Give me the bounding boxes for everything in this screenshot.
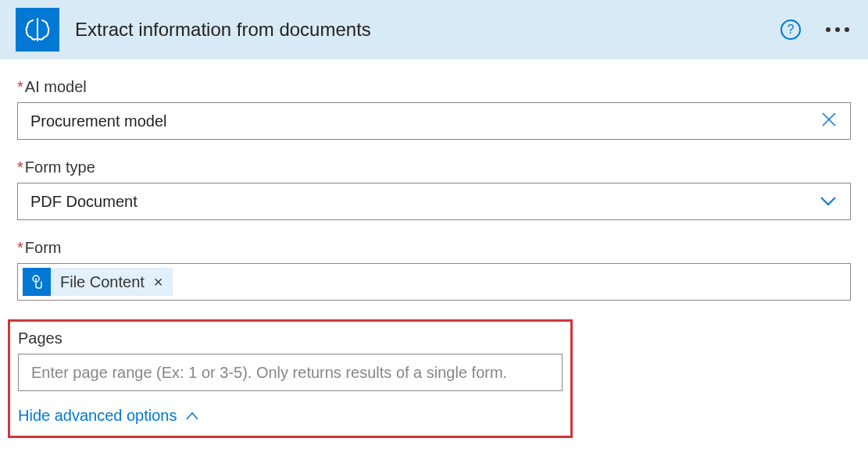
token-icon: [23, 268, 51, 296]
form-type-field: *Form type PDF Document: [17, 158, 851, 220]
form-type-value: PDF Document: [30, 193, 819, 211]
hide-advanced-link[interactable]: Hide advanced options: [18, 407, 563, 425]
more-icon[interactable]: [823, 24, 852, 35]
ai-model-field: *AI model Procurement model: [17, 78, 851, 140]
action-icon: [16, 8, 59, 52]
form-type-select[interactable]: PDF Document: [17, 183, 851, 220]
form-input[interactable]: File Content ×: [17, 263, 851, 301]
action-header: Extract information from documents ?: [0, 0, 868, 59]
pages-highlight: Pages Hide advanced options: [8, 319, 573, 438]
ai-model-input[interactable]: Procurement model: [17, 102, 851, 140]
pages-label: Pages: [18, 329, 563, 347]
chevron-up-icon: [184, 408, 200, 424]
token-label: File Content: [51, 273, 154, 291]
hide-advanced-label: Hide advanced options: [18, 407, 177, 425]
ai-model-value: Procurement model: [30, 112, 820, 130]
form-type-label: *Form type: [17, 158, 851, 176]
form-label: *Form: [17, 239, 851, 257]
chevron-down-icon[interactable]: [819, 192, 838, 211]
file-content-token[interactable]: File Content ×: [23, 268, 173, 296]
form-field: *Form File Content ×: [17, 239, 851, 301]
tap-icon: [28, 273, 45, 290]
form-body: *AI model Procurement model *Form type P…: [0, 59, 868, 457]
help-icon[interactable]: ?: [780, 20, 801, 40]
pages-field: Pages: [18, 329, 563, 391]
pages-input[interactable]: [18, 354, 563, 391]
ai-model-label: *AI model: [17, 78, 851, 96]
brain-icon: [22, 14, 53, 45]
action-title: Extract information from documents: [75, 19, 780, 41]
clear-icon[interactable]: [820, 109, 838, 134]
token-remove-icon[interactable]: ×: [154, 273, 173, 291]
